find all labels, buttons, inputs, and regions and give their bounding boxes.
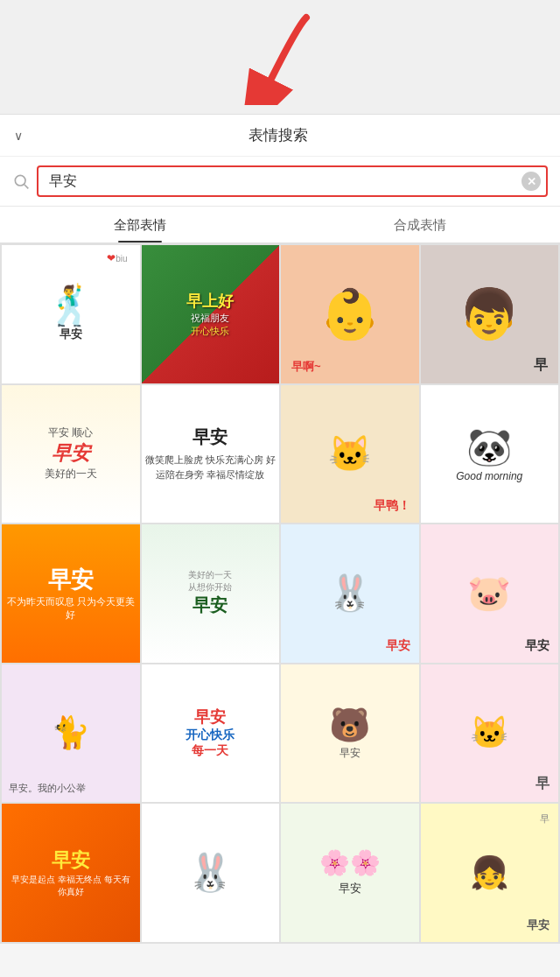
sticker-17-small: 早安是起点 幸福无终点 每天有你真好 [7, 874, 135, 898]
sticker-2-main: 早上好 [186, 291, 234, 312]
sticker-8-label: Good morning [456, 470, 522, 482]
sticker-7[interactable]: 🐱 早鸭！ [281, 385, 419, 524]
svg-line-2 [24, 185, 29, 189]
svg-point-1 [15, 175, 25, 186]
sticker-20-label: 早安 [527, 917, 550, 933]
sticker-16[interactable]: 🐱 早 [421, 664, 559, 803]
chevron-down-icon[interactable]: ∨ [14, 129, 23, 143]
sticker-17[interactable]: 早安 早安是起点 幸福无终点 每天有你真好 [2, 804, 140, 942]
clear-button[interactable]: ✕ [522, 172, 541, 191]
search-input-row: ✕ [0, 157, 560, 207]
sticker-19-label: 早安 [339, 881, 361, 896]
search-input[interactable] [37, 165, 548, 197]
sticker-9-big: 早安 [5, 565, 136, 595]
bear-emoji: 🐻 [329, 706, 370, 744]
sticker-10[interactable]: 美好的一天 从想你开始 早安 [142, 524, 280, 663]
sticker-grid: ❤ biu 🕺 早安 早上好 祝福朋友 开心快乐 👶 早啊~ 👦 早 [0, 243, 560, 944]
sticker-14[interactable]: 早安 开心快乐 每一天 [142, 664, 280, 803]
sticker-15-label: 早安 [340, 746, 360, 761]
search-header: ∨ 表情搜索 [0, 115, 560, 157]
sticker-13-label: 早安。我的小公举 [9, 782, 86, 795]
tab-composite-stickers[interactable]: 合成表情 [280, 207, 560, 242]
sticker-6-lines: 微笑爬上脸虎 快乐充满心房 好运陪在身旁 幸福尽情绽放 [145, 453, 276, 481]
sticker-3-label: 早啊~ [291, 359, 321, 375]
white-bunny-emoji: 🐰 [187, 851, 233, 894]
sticker-1-label: 早安 [60, 327, 82, 342]
anime-girl-emoji: 👧 [470, 854, 509, 891]
sticker-14-t2: 开心快乐 [186, 727, 234, 743]
sticker-17-big: 早安 [7, 847, 135, 874]
bunny-emoji: 🐰 [328, 573, 372, 614]
sticker-20[interactable]: 早 👧 早安 [421, 804, 559, 942]
sticker-5-t1: 平安 顺心 [45, 425, 97, 440]
sticker-11-label: 早安 [386, 638, 410, 654]
sticker-2[interactable]: 早上好 祝福朋友 开心快乐 [142, 245, 280, 383]
tabs-row: 全部表情 合成表情 [0, 207, 560, 243]
cats-emoji: 🐱 [328, 433, 372, 474]
sticker-4[interactable]: 👦 早 [421, 245, 559, 383]
sticker-19[interactable]: 🌸🌸 早安 [281, 804, 419, 942]
sticker-5[interactable]: 平安 顺心 早安 美好的一天 [2, 385, 140, 524]
sticker-1-sublabel: biu [116, 254, 127, 264]
sticker-5-t3: 美好的一天 [45, 467, 97, 481]
sticker-6[interactable]: 早安 微笑爬上脸虎 快乐充满心房 好运陪在身旁 幸福尽情绽放 [142, 385, 280, 524]
panda-emoji: 🐼 [466, 425, 512, 468]
heart-icon: ❤ [107, 252, 116, 264]
grey-cat-emoji: 🐈 [51, 714, 90, 751]
sticker-10-small2: 从想你开始 [188, 581, 232, 594]
sticker-14-t1: 早安 [186, 706, 234, 727]
baby-hair-emoji: 👦 [458, 285, 520, 343]
sticker-1[interactable]: ❤ biu 🕺 早安 [2, 245, 140, 383]
sticker-9[interactable]: 早安 不为昨天而叹息 只为今天更美好 [2, 524, 140, 663]
search-icon [12, 172, 30, 190]
baby-smile-emoji: 👶 [319, 285, 381, 343]
sticker-4-label: 早 [534, 356, 548, 375]
pig-emoji: 🐷 [467, 573, 511, 614]
sticker-12[interactable]: 🐷 早安 [421, 524, 559, 663]
sticker-13[interactable]: 🐈 早安。我的小公举 [2, 664, 140, 803]
sticker-12-label: 早安 [525, 638, 550, 654]
sticker-2-sub: 祝福朋友 [186, 312, 234, 325]
sticker-16-label: 早 [536, 775, 550, 793]
sticker-7-label: 早鸭！ [374, 498, 410, 514]
sticker-2-sub2: 开心快乐 [186, 325, 234, 338]
search-panel: ∨ 表情搜索 ✕ 全部表情 合成表情 [0, 114, 560, 243]
sticker-10-small: 美好的一天 [188, 569, 232, 581]
sticker-3[interactable]: 👶 早啊~ [281, 245, 419, 383]
sticker-10-main: 早安 [188, 594, 232, 617]
pink-cat-emoji: 🐱 [470, 714, 509, 751]
tab-all-stickers[interactable]: 全部表情 [0, 207, 280, 242]
arrow-annotation [0, 0, 560, 114]
sticker-5-t2: 早安 [45, 440, 97, 467]
flowers-emoji: 🌸🌸 [319, 848, 381, 877]
stick-figure-icon: 🕺 [46, 286, 94, 325]
sticker-20-top: 早 [540, 812, 550, 826]
search-panel-title: 表情搜索 [33, 125, 523, 145]
sticker-9-small: 不为昨天而叹息 只为今天更美好 [5, 595, 136, 622]
sticker-18[interactable]: 🐰 [142, 804, 280, 942]
red-arrow-icon [228, 9, 332, 105]
sticker-14-t3: 每一天 [186, 743, 234, 759]
sticker-6-main: 早安 [145, 425, 276, 449]
sticker-15[interactable]: 🐻 早安 [281, 664, 419, 803]
sticker-11[interactable]: 🐰 早安 [281, 524, 419, 663]
sticker-8[interactable]: 🐼 Good morning [421, 385, 559, 524]
